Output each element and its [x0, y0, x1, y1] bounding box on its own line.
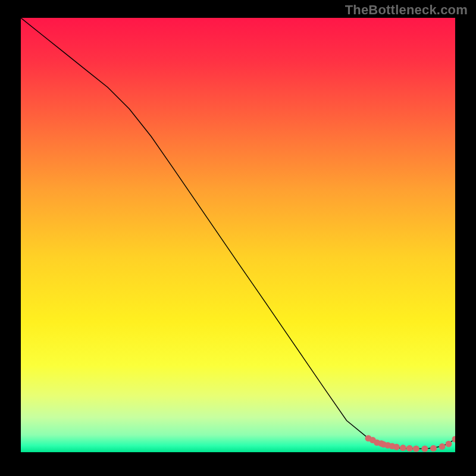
highlight-point — [400, 444, 406, 451]
points-layer — [21, 18, 455, 452]
highlight-point — [421, 446, 428, 452]
highlight-point — [413, 446, 419, 452]
chart-frame: TheBottleneck.com — [0, 0, 476, 476]
watermark-text: TheBottleneck.com — [345, 2, 468, 18]
highlight-points — [365, 435, 455, 452]
highlight-point — [430, 445, 437, 452]
highlight-point — [452, 436, 455, 443]
highlight-point — [406, 445, 413, 452]
highlight-point — [446, 441, 452, 447]
highlight-point — [393, 444, 400, 450]
highlight-point — [439, 443, 446, 450]
plot-area — [21, 18, 455, 458]
